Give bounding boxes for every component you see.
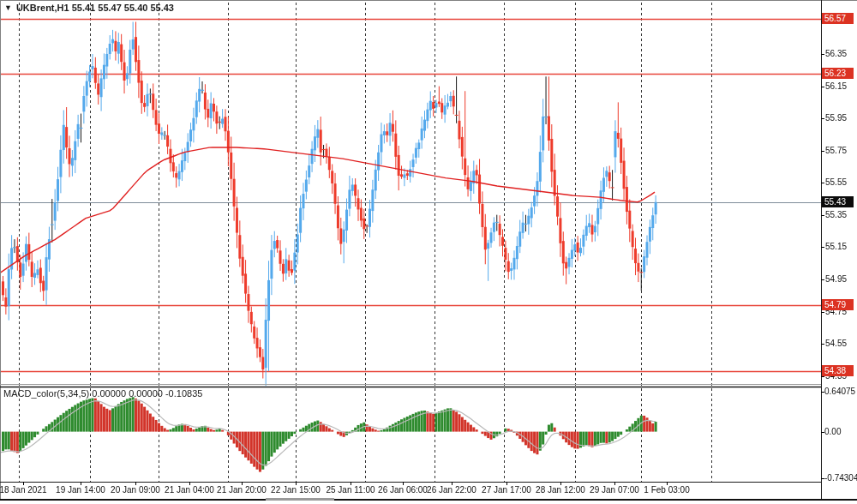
chart-canvas[interactable] (0, 0, 857, 504)
scrollbar-thumb[interactable] (266, 498, 334, 501)
symbol-ohlc-label: UKBrent,H1 55.41 55.47 55.40 55.43 (16, 3, 174, 13)
level-price-badge: 56.23 (822, 68, 854, 79)
macd-tick-label: 0.00 (824, 427, 841, 436)
time-axis-label: 21 Jan 04:00 (165, 485, 214, 495)
level-price-badge: 54.79 (822, 299, 854, 310)
price-tick-label: 55.35 (825, 210, 847, 219)
time-axis-label: 25 Jan 11:00 (326, 485, 375, 495)
time-axis-label: 28 Jan 12:00 (536, 485, 585, 495)
chart-header: ▼UKBrent,H1 55.41 55.47 55.40 55.43 (4, 3, 174, 13)
current-price-badge: 55.43 (822, 196, 854, 207)
price-tick-label: 55.15 (825, 242, 847, 251)
chart-window: ▼UKBrent,H1 55.41 55.47 55.40 55.43 MACD… (0, 0, 857, 504)
time-axis-label: 20 Jan 09:00 (111, 485, 160, 495)
time-axis-label: 18 Jan 2021 (0, 485, 47, 495)
time-axis-label: 26 Jan 06:00 (378, 485, 428, 495)
macd-tick-label: -0.74304 (824, 473, 857, 483)
price-tick-label: 54.95 (825, 274, 847, 284)
time-axis-label: 29 Jan 07:00 (590, 485, 639, 495)
level-price-badge: 54.38 (822, 365, 854, 376)
time-axis-label: 26 Jan 22:00 (427, 485, 476, 495)
macd-indicator-label: MACD_color(5,34,5) 0.00000 0.00000 -0.10… (3, 388, 202, 399)
price-tick-label: 56.35 (825, 49, 847, 58)
price-tick-label: 56.15 (825, 81, 847, 91)
macd-tick-label: 0.64075 (824, 387, 855, 396)
time-axis-label: 21 Jan 20:00 (217, 485, 267, 495)
price-tick-label: 54.55 (825, 339, 847, 348)
level-price-badge: 56.57 (822, 13, 854, 24)
price-tick-label: 55.55 (825, 177, 847, 187)
time-axis-label: 1 Feb 03:00 (644, 485, 689, 495)
time-axis-label: 19 Jan 14:00 (56, 485, 105, 495)
time-axis-label: 22 Jan 15:00 (271, 485, 321, 495)
time-axis-label: 27 Jan 17:00 (482, 485, 531, 495)
price-tick-label: 55.95 (825, 113, 847, 123)
collapse-chart-icon[interactable]: ▼ (4, 3, 12, 12)
price-tick-label: 55.75 (825, 146, 847, 155)
